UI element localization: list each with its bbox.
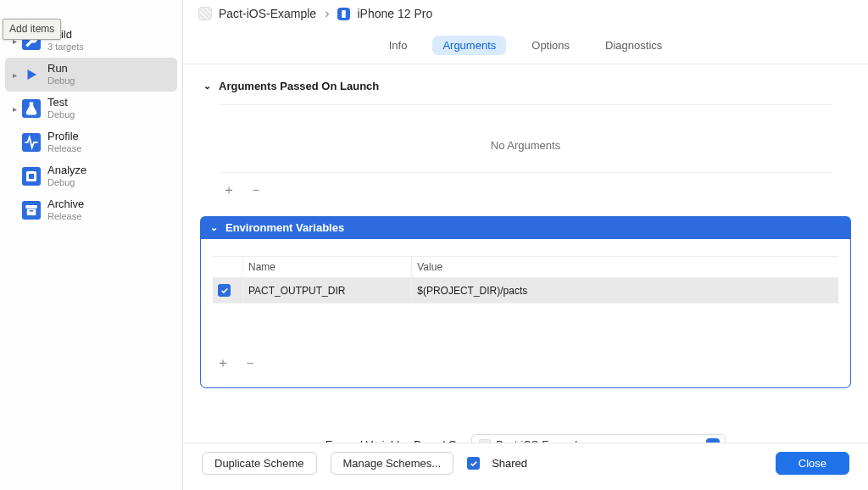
svg-rect-5 (342, 9, 347, 17)
col-value[interactable]: Value (412, 257, 838, 278)
manage-schemes-button[interactable]: Manage Schemes... (331, 452, 454, 475)
svg-rect-2 (25, 205, 37, 209)
env-enabled-checkbox[interactable] (218, 284, 231, 297)
tab-info[interactable]: Info (379, 36, 418, 55)
env-name-cell[interactable]: PACT_OUTPUT_DIR (243, 278, 412, 303)
shared-checkbox[interactable] (467, 457, 480, 470)
svg-rect-3 (27, 209, 36, 216)
scheme-title: Profile (47, 130, 81, 143)
section-header-env[interactable]: ⌄ Environment Variables (200, 216, 851, 239)
env-row[interactable]: PACT_OUTPUT_DIR $(PROJECT_DIR)/pacts (213, 278, 838, 303)
section-header-arguments[interactable]: ⌄ Arguments Passed On Launch (200, 76, 851, 96)
scheme-subtitle: Release (47, 143, 81, 155)
add-env-button[interactable]: ＋ (216, 354, 230, 372)
bottom-toolbar: Duplicate Scheme Manage Schemes... Share… (183, 443, 868, 490)
play-icon (22, 65, 41, 84)
expand-target-select[interactable]: Pact-iOS-Example (471, 434, 726, 443)
section-title: Arguments Passed On Launch (219, 80, 379, 92)
scheme-app-icon (198, 7, 212, 20)
col-enabled (213, 257, 243, 278)
scheme-title: Run (47, 62, 75, 75)
tab-diagnostics[interactable]: Diagnostics (595, 36, 672, 55)
duplicate-scheme-button[interactable]: Duplicate Scheme (202, 452, 317, 475)
env-var-table: Name Value PACT_OUT (213, 256, 838, 346)
scheme-subtitle: Release (47, 211, 84, 223)
arguments-section: ⌄ Arguments Passed On Launch No Argument… (200, 76, 851, 199)
tab-arguments[interactable]: Arguments (432, 36, 506, 55)
env-value-cell[interactable]: $(PROJECT_DIR)/pacts (412, 278, 838, 303)
editor-tabs: Info Arguments Options Diagnostics (183, 31, 868, 64)
flask-icon (22, 99, 41, 118)
scheme-item-analyze[interactable]: ▸ Analyze Debug (5, 159, 177, 193)
scheme-editor-main: Pact-iOS-Example › iPhone 12 Pro Info Ar… (183, 0, 868, 490)
chevron-right-icon[interactable]: ▸ (8, 70, 20, 80)
environment-section: ⌄ Environment Variables Name Value (200, 216, 851, 388)
scheme-item-archive[interactable]: ▸ Archive Release (5, 193, 177, 227)
breadcrumb-scheme[interactable]: Pact-iOS-Example (219, 7, 316, 20)
gauge-icon (22, 133, 41, 152)
scheme-sidebar: Add items ▸ Build 3 targets ▸ (0, 0, 183, 490)
expand-variables-row: Expand Variables Based On Pact-iOS-Examp… (200, 434, 851, 443)
svg-rect-4 (30, 210, 34, 212)
scheme-title: Archive (47, 198, 84, 211)
chevron-down-icon: ⌄ (202, 81, 212, 92)
remove-argument-button[interactable]: － (249, 181, 263, 199)
scheme-subtitle: Debug (47, 75, 75, 87)
scheme-title: Test (47, 96, 75, 109)
scheme-item-test[interactable]: ▸ Test Debug (5, 92, 177, 125)
scheme-item-profile[interactable]: ▸ Profile Release (5, 125, 177, 159)
archive-icon (22, 201, 41, 220)
svg-rect-1 (29, 174, 34, 179)
add-items-tooltip: Add items (3, 19, 61, 40)
no-arguments-placeholder: No Arguments (219, 104, 832, 173)
scheme-item-run[interactable]: ▸ Run Debug (5, 58, 177, 92)
section-title: Environment Variables (225, 221, 344, 234)
chevron-right-icon[interactable]: ▸ (8, 104, 20, 114)
breadcrumb-destination[interactable]: iPhone 12 Pro (357, 7, 432, 20)
scheme-title: Analyze (47, 164, 86, 177)
remove-env-button[interactable]: － (243, 354, 257, 372)
chevron-down-icon: ⌄ (209, 222, 219, 233)
scheme-action-list: ▸ Build 3 targets ▸ Run Debug (0, 8, 182, 227)
breadcrumb: Pact-iOS-Example › iPhone 12 Pro (183, 0, 868, 31)
tab-options[interactable]: Options (521, 36, 580, 55)
scheme-subtitle: Debug (47, 177, 86, 189)
analyze-icon (22, 167, 41, 186)
device-icon (337, 8, 350, 20)
shared-label: Shared (492, 457, 527, 470)
scheme-subtitle: Debug (47, 109, 75, 121)
add-argument-button[interactable]: ＋ (222, 181, 236, 199)
chevron-right-icon: › (325, 7, 329, 20)
close-button[interactable]: Close (776, 452, 849, 475)
col-name[interactable]: Name (243, 257, 412, 278)
scheme-subtitle: 3 targets (47, 42, 84, 53)
